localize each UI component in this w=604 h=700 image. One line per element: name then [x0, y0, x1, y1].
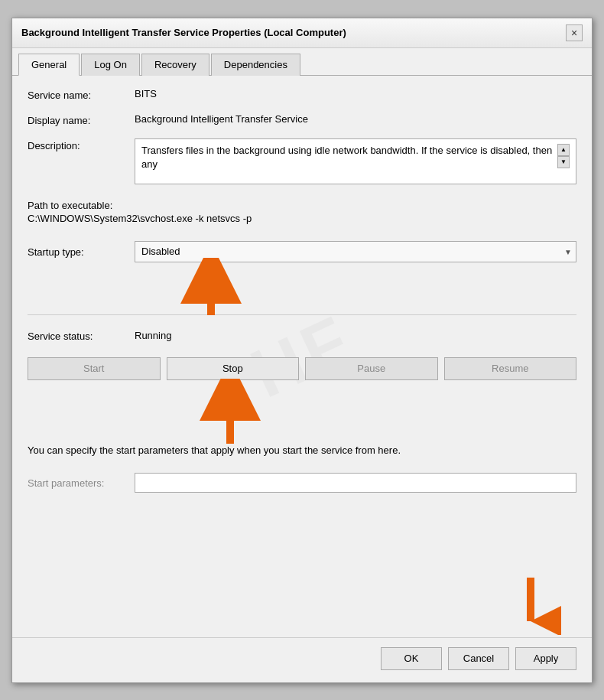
dialog-title: Background Intelligent Transfer Service …	[21, 27, 346, 38]
service-status-label: Service status:	[28, 329, 135, 342]
service-buttons-row: Start Stop Pause Resume	[28, 357, 576, 380]
hint-text: You can specify the start parameters tha…	[28, 443, 576, 458]
resume-button[interactable]: Resume	[444, 357, 577, 380]
tab-logon[interactable]: Log On	[81, 54, 140, 76]
path-label: Path to executable:	[28, 200, 576, 211]
display-name-label: Display name:	[28, 113, 135, 126]
tab-bar: General Log On Recovery Dependencies	[12, 48, 592, 76]
description-row: Description: Transfers files in the back…	[28, 138, 576, 184]
service-status-value: Running	[135, 330, 171, 341]
close-button[interactable]: ×	[566, 24, 583, 41]
start-params-row: Start parameters:	[28, 473, 576, 493]
path-section: Path to executable: C:\WINDOWS\System32\…	[28, 200, 576, 224]
start-button[interactable]: Start	[28, 357, 161, 380]
dialog-window: Background Intelligent Transfer Service …	[11, 18, 593, 683]
pause-button[interactable]: Pause	[305, 357, 438, 380]
main-content: HF Service name: BITS Display name: Back…	[12, 76, 592, 637]
startup-type-row: Startup type: Disabled Manual Automatic …	[28, 241, 576, 262]
arrow-annotation-2	[200, 379, 261, 448]
apply-button[interactable]: Apply	[515, 647, 576, 670]
tab-recovery[interactable]: Recovery	[141, 54, 209, 76]
start-params-input[interactable]	[135, 473, 576, 493]
description-label: Description:	[28, 138, 135, 151]
service-name-row: Service name: BITS	[28, 88, 576, 101]
scrollbar: ▲ ▼	[557, 144, 570, 168]
scroll-down-btn[interactable]: ▼	[557, 156, 570, 168]
arrow-annotation-1	[180, 258, 242, 319]
path-value: C:\WINDOWS\System32\svchost.exe -k netsv…	[28, 213, 576, 224]
startup-type-select[interactable]: Disabled Manual Automatic Automatic (Del…	[135, 241, 576, 262]
divider	[28, 314, 576, 315]
stop-button[interactable]: Stop	[167, 357, 300, 380]
tab-dependencies[interactable]: Dependencies	[211, 54, 300, 76]
bottom-section: OK Cancel Apply	[12, 637, 592, 682]
startup-type-label: Startup type:	[28, 245, 135, 258]
start-params-label: Start parameters:	[28, 477, 135, 489]
service-status-row: Service status: Running	[28, 329, 576, 342]
display-name-row: Display name: Background Intelligent Tra…	[28, 113, 576, 126]
tab-general[interactable]: General	[18, 54, 80, 76]
startup-type-wrapper: Disabled Manual Automatic Automatic (Del…	[135, 241, 576, 262]
description-box[interactable]: Transfers files in the background using …	[135, 138, 576, 184]
ok-button[interactable]: OK	[381, 647, 442, 670]
bottom-buttons: OK Cancel Apply	[12, 637, 592, 682]
cancel-button[interactable]: Cancel	[448, 647, 509, 670]
service-name-label: Service name:	[28, 88, 135, 101]
service-name-value: BITS	[135, 88, 157, 99]
scroll-up-btn[interactable]: ▲	[557, 144, 570, 156]
title-bar: Background Intelligent Transfer Service …	[12, 18, 592, 48]
display-name-value: Background Intelligent Transfer Service	[135, 113, 308, 125]
description-text: Transfers files in the background using …	[141, 144, 554, 171]
